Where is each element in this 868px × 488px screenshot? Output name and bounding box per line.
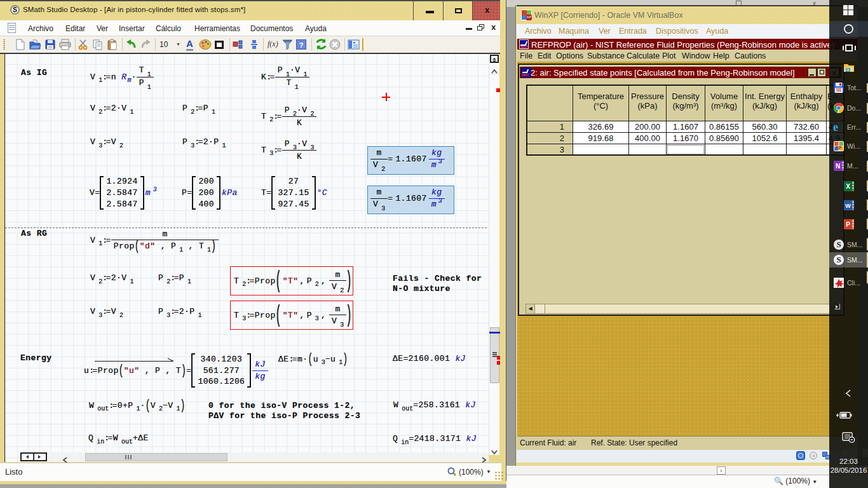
svg-text:P: P xyxy=(846,221,850,228)
svg-text:XP: XP xyxy=(836,146,842,150)
svg-text:N: N xyxy=(836,163,840,170)
svg-text:X: X xyxy=(846,183,850,190)
svg-text:W: W xyxy=(845,203,851,209)
